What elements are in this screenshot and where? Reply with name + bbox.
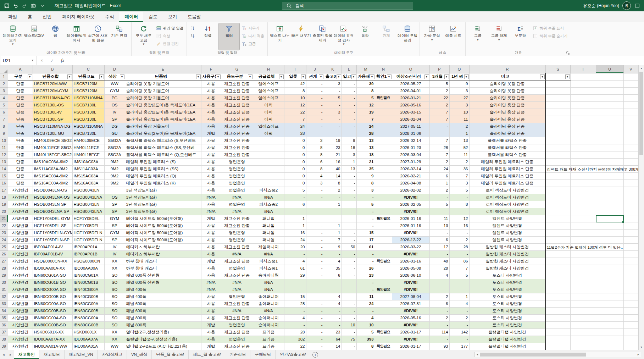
cell[interactable]: 슬라이딩 옷장(2도어)용 목재도어(1EA: [125, 130, 201, 137]
cell[interactable]: -: [306, 187, 324, 194]
cell[interactable]: IBQ00AA00A: [72, 265, 104, 272]
cell[interactable]: [596, 293, 623, 300]
cell[interactable]: 재고소진 단종: [221, 243, 253, 250]
cell[interactable]: 퍼니엄: [253, 222, 284, 229]
cell[interactable]: [570, 229, 596, 236]
cell[interactable]: [570, 194, 596, 201]
column-header-E[interactable]: E: [125, 65, 201, 73]
cell[interactable]: -: [342, 307, 356, 314]
cell[interactable]: [545, 286, 570, 293]
column-header-N[interactable]: N: [375, 65, 392, 73]
cell[interactable]: [623, 101, 638, 109]
cell[interactable]: 토스티 사양변경: [469, 293, 545, 300]
cell[interactable]: -: [306, 94, 324, 101]
cell[interactable]: -: [342, 236, 356, 243]
cell[interactable]: IBN60CG00B-SO: [33, 307, 72, 314]
cell[interactable]: WW: [104, 343, 125, 350]
cell[interactable]: -: [342, 180, 356, 187]
cell[interactable]: -: [306, 328, 324, 336]
cell[interactable]: [375, 272, 392, 279]
cell[interactable]: HM40L09ECE-S5G2A: [33, 137, 72, 144]
cell[interactable]: 2026-01-17: [392, 328, 429, 336]
cell[interactable]: 재고소진 단종: [221, 101, 253, 109]
cell[interactable]: 베이직 사이드장 500폭(도어형): [125, 229, 201, 236]
cell[interactable]: 베이직 사이드장 500폭(도어형): [125, 222, 201, 229]
column-header-U[interactable]: U: [596, 65, 623, 73]
cell[interactable]: 20: [284, 243, 306, 250]
cell[interactable]: -: [342, 94, 356, 101]
row-header-25[interactable]: 25: [0, 243, 8, 250]
cell[interactable]: [596, 101, 623, 109]
cell[interactable]: 재고소진 단종: [221, 109, 253, 116]
cell[interactable]: 슬라이딩 옷장 거울도어: [125, 123, 201, 130]
cell[interactable]: 27: [449, 94, 469, 101]
cell[interactable]: 에픽: [253, 116, 284, 123]
cell[interactable]: -: [306, 300, 324, 307]
cell[interactable]: [623, 236, 638, 243]
cell[interactable]: [596, 328, 623, 336]
cell[interactable]: 사용: [201, 123, 221, 130]
header-filter-button[interactable]: ▼: [216, 74, 221, 79]
cell[interactable]: 11월2주차 기준 업체에 100개 정도 더 있음..: [545, 243, 570, 250]
cell[interactable]: 8: [356, 180, 375, 187]
cell[interactable]: 1: [324, 201, 342, 208]
cell[interactable]: [596, 187, 623, 194]
cell[interactable]: HSOB0043LNA: [72, 208, 104, 215]
header-filter-button[interactable]: ▼: [387, 74, 392, 79]
cell[interactable]: #N/A: [201, 194, 221, 201]
cell[interactable]: [570, 236, 596, 243]
cell[interactable]: -: [342, 250, 356, 258]
advanced-button[interactable]: 고급: [240, 40, 266, 48]
cell[interactable]: -: [356, 208, 375, 215]
cell[interactable]: #N/A: [201, 208, 221, 215]
cell[interactable]: [545, 265, 570, 272]
cell[interactable]: -: [324, 116, 342, 123]
cell[interactable]: 21: [356, 158, 375, 165]
cell[interactable]: 재고소진 단종: [221, 87, 253, 94]
cell[interactable]: -: [429, 194, 449, 201]
cell[interactable]: 확인필요: [375, 343, 392, 350]
cell[interactable]: -: [306, 109, 324, 116]
cell[interactable]: -: [324, 215, 342, 222]
cell[interactable]: [375, 250, 392, 258]
header-filter-button[interactable]: ▼: [99, 74, 104, 79]
cell[interactable]: -: [306, 101, 324, 109]
queries-connections-button[interactable]: 쿼리 및 연결: [155, 24, 185, 32]
sheet-tab-사업장재고[interactable]: 사업장재고: [98, 350, 127, 359]
cell[interactable]: [596, 272, 623, 279]
row-header-31[interactable]: 31: [0, 286, 8, 293]
cell[interactable]: 퍼시스중2: [253, 201, 284, 208]
cell[interactable]: 6: [284, 201, 306, 208]
cell[interactable]: 베이직 사이드장 500폭(도어형): [125, 215, 201, 222]
cell[interactable]: 50: [342, 243, 356, 250]
cell[interactable]: 2026-02-05: [392, 201, 429, 208]
cell[interactable]: 35: [356, 165, 375, 172]
cell[interactable]: 플렉서블 라텍스 단종: [469, 151, 545, 158]
cell[interactable]: #DIV/0!: [392, 321, 429, 328]
cell[interactable]: #N/A: [253, 194, 284, 201]
cell[interactable]: [623, 137, 638, 144]
cell[interactable]: 슬라이딩 옷장 단종: [469, 123, 545, 130]
cell[interactable]: #N/A: [221, 194, 253, 201]
cell[interactable]: 142: [449, 328, 469, 336]
cell[interactable]: 2027-01-29: [392, 158, 429, 165]
cell[interactable]: 토스티 사양변경: [469, 300, 545, 307]
cell[interactable]: 재고소진 단종: [221, 151, 253, 158]
from-table-range-button[interactable]: 테이블/범위에서: [66, 23, 87, 50]
cell[interactable]: -: [449, 307, 469, 314]
cell[interactable]: [545, 80, 570, 87]
cell[interactable]: HCF1Y05DEL-SP: [33, 222, 72, 229]
cell[interactable]: HCF1Y05DELN-SP: [33, 236, 72, 243]
cell[interactable]: 사양변경: [8, 328, 33, 336]
cell[interactable]: 확인필요: [375, 286, 392, 293]
vertical-scrollbar-thumb[interactable]: [639, 72, 643, 155]
cell[interactable]: 일방향 캐스터 사양변경: [469, 258, 545, 265]
cell[interactable]: 단종: [8, 87, 33, 94]
cell[interactable]: [570, 314, 596, 321]
column-header-D[interactable]: D: [104, 65, 125, 73]
cell[interactable]: 확인필요: [375, 328, 392, 336]
cell[interactable]: -: [342, 279, 356, 286]
cell[interactable]: [596, 137, 623, 144]
cell[interactable]: 플렉서블 라텍스 단종: [469, 137, 545, 144]
cell[interactable]: GYM: [104, 215, 125, 222]
